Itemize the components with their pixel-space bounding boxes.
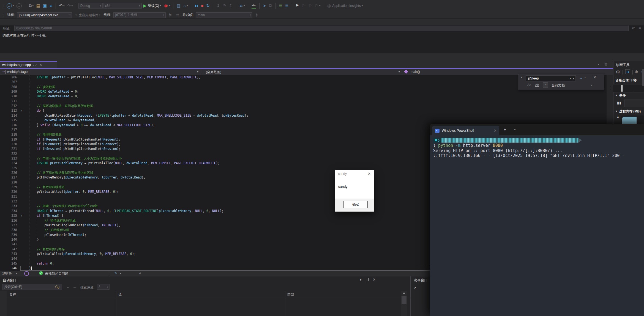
fold-chevron-icon[interactable]: ∨ <box>21 108 22 113</box>
autos-column-value[interactable]: 值 <box>118 292 122 297</box>
line-number[interactable]: 239 <box>0 233 17 237</box>
autos-close-icon[interactable]: ✕ <box>373 277 376 282</box>
line-number[interactable]: 222 <box>0 152 17 156</box>
gear-icon[interactable]: ⚙ <box>616 69 620 75</box>
step-over-button[interactable]: ↷ <box>222 3 228 9</box>
navigate-forward-button[interactable]: → <box>15 3 23 9</box>
line-number[interactable]: 225 <box>0 166 17 171</box>
line-number[interactable]: 230 <box>0 189 17 194</box>
line-number[interactable]: 223 <box>0 156 17 161</box>
find-scope-chevron-icon[interactable]: ▾ <box>591 84 593 87</box>
tab-options-icon[interactable]: ⊞ <box>604 62 607 66</box>
search-chevron-icon[interactable]: ▾ <box>59 286 60 288</box>
line-number[interactable]: 229 <box>0 185 17 189</box>
process-memory-label[interactable]: 进程内存 (MB) <box>619 109 641 114</box>
scrollbar-up-arrow-icon[interactable] <box>403 292 405 294</box>
step-into-button[interactable]: ↧ <box>215 3 221 9</box>
navigate-cursor-icon[interactable]: ➤ <box>262 3 268 9</box>
line-number[interactable]: 220 <box>0 142 17 147</box>
command-window-prompt[interactable]: > <box>414 285 416 290</box>
toggle-bookmark-icon[interactable]: ⚑ <box>294 3 300 9</box>
line-number[interactable]: 243 <box>0 252 17 256</box>
new-tab-icon[interactable]: + <box>504 127 506 132</box>
prev-bookmark-icon[interactable]: ⚐ <box>301 3 307 9</box>
line-number[interactable]: 214 <box>0 113 17 118</box>
columns-icon[interactable]: ≣ <box>638 26 642 30</box>
lifecycle-events-icon[interactable]: ◔生命周期事件▾ <box>73 12 101 18</box>
find-close-icon[interactable]: ✕ <box>593 75 596 79</box>
find-scope-dropdown[interactable]: 当前文档 <box>552 83 565 88</box>
line-number[interactable]: 227 <box>0 175 17 180</box>
search-depth-dropdown[interactable]: 3 ▾ <box>97 284 110 290</box>
new-window-icon[interactable]: ⧉▾ <box>28 3 35 9</box>
code-clone-icon[interactable]: ⧉ <box>268 3 273 9</box>
line-number[interactable]: 237 <box>0 223 17 228</box>
line-number[interactable]: 241 <box>0 242 17 247</box>
stack-frame-dropdown[interactable]: main▾ <box>196 12 252 18</box>
line-number[interactable]: 217 <box>0 128 17 132</box>
line-number[interactable]: 235 <box>0 213 17 218</box>
clear-bookmarks-icon[interactable]: ⚐▾ <box>314 3 321 9</box>
line-number[interactable]: 216 <box>0 123 17 128</box>
search-history-chevron-icon[interactable]: ▾ <box>573 77 574 80</box>
terminal-tab-close-icon[interactable]: ✕ <box>494 129 496 133</box>
solution-config-dropdown[interactable]: Debug▾ <box>78 3 103 9</box>
search-next-icon[interactable]: → <box>73 285 76 289</box>
find-next-button[interactable]: → <box>579 76 583 80</box>
line-number[interactable]: 211 <box>0 99 17 104</box>
line-number[interactable]: 218 <box>0 132 17 137</box>
step-out-button[interactable]: ↥ <box>228 3 234 9</box>
line-number[interactable]: 207 <box>0 80 17 84</box>
line-number[interactable]: 226 <box>0 171 17 175</box>
ok-button[interactable]: 确定 <box>343 201 368 208</box>
line-number[interactable]: 208 <box>0 85 17 89</box>
continue-button[interactable]: ▶继续(C)▾ <box>142 3 162 9</box>
autos-pin-icon[interactable] <box>366 278 369 281</box>
line-number[interactable]: 209 <box>0 89 17 94</box>
terminal-body[interactable] <box>430 135 644 316</box>
breadcrumb-caret-icon[interactable]: ▼ <box>398 70 400 73</box>
whole-word-toggle[interactable]: Ab <box>535 83 539 87</box>
undo-button[interactable]: ↶▾ <box>58 3 66 9</box>
tab-dropdown-chevron-icon[interactable]: ˅ <box>514 128 516 131</box>
parallel-stacks-icon[interactable]: ≋ <box>175 12 181 18</box>
zoom-in-icon[interactable]: ⊕ <box>635 69 638 74</box>
clear-search-icon[interactable]: ✕ <box>569 77 572 80</box>
apply-code-changes-icon[interactable]: ▥ <box>176 3 182 9</box>
application-insights-icon[interactable]: ◎Application Insights▾ <box>326 3 364 9</box>
memory-collapse-icon[interactable]: ▼ <box>615 110 618 112</box>
save-button[interactable]: ▣ <box>42 3 48 9</box>
browser-link-icon[interactable]: ⌂▾ <box>182 3 189 9</box>
autos-column-type[interactable]: 类型 <box>287 292 294 297</box>
save-all-button[interactable]: ⧈ <box>48 3 53 9</box>
line-number[interactable]: 233 <box>0 204 17 208</box>
spell-check-icon[interactable]: abc <box>250 2 257 9</box>
toolbar-grip[interactable]: ⋮⋮ <box>2 13 4 17</box>
close-tab-icon[interactable]: ✕ <box>39 63 42 67</box>
indent-less-icon[interactable]: ≣ <box>284 3 290 9</box>
line-number[interactable]: 221 <box>0 147 17 151</box>
column-separator[interactable] <box>116 291 116 316</box>
line-number[interactable]: 244 <box>0 256 17 261</box>
events-collapse-icon[interactable]: ▼ <box>615 94 618 97</box>
export-icon[interactable]: ➜ <box>625 69 630 74</box>
session-timeline[interactable] <box>613 84 644 92</box>
find-expand-chevron-icon[interactable]: ˅ <box>521 76 522 79</box>
tab-winhttp4stager-cpp[interactable]: winhttp4stager.cpp -𝈺 ✕ <box>0 61 57 68</box>
line-number[interactable]: 234 <box>0 209 17 213</box>
navigate-back-button[interactable]: ←▾ <box>6 3 15 9</box>
breadcrumb-file[interactable]: winhttp4stager <box>7 70 29 74</box>
line-number[interactable]: 232 <box>0 199 17 204</box>
address-input[interactable]: 0x0000025706750000 <box>14 26 629 31</box>
breadcrumb-caret-icon[interactable]: ▼ <box>197 70 199 73</box>
toolbar-grip[interactable]: ⋮⋮ <box>2 4 4 7</box>
dialog-close-icon[interactable]: ✕ <box>368 172 371 176</box>
line-number[interactable]: 236 <box>0 218 17 223</box>
process-dropdown[interactable]: [50060] winhttp4stager.exe▾ <box>17 12 72 18</box>
show-threads-icon[interactable]: ≋▾ <box>238 3 246 9</box>
tab-list-chevron-icon[interactable]: ▾ <box>598 63 599 66</box>
refresh-icon[interactable]: ⟳ <box>632 26 635 30</box>
events-section-label[interactable]: 事件 <box>619 93 626 98</box>
line-number[interactable]: 210 <box>0 94 17 99</box>
column-separator[interactable] <box>285 291 285 316</box>
